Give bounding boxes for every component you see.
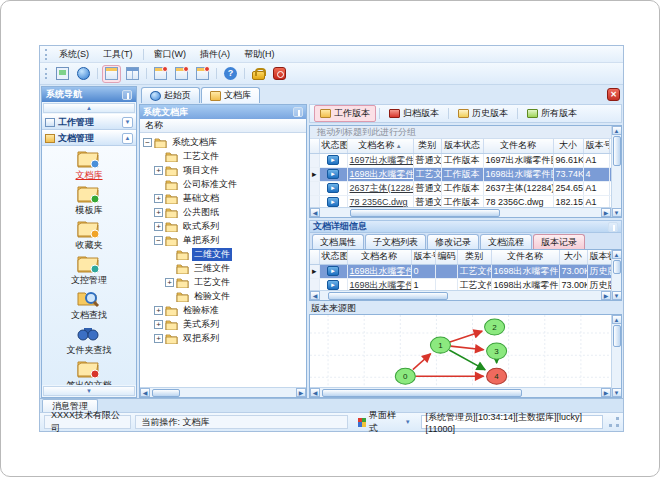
toolbar-button[interactable] [74, 65, 93, 83]
expand-icon[interactable]: + [165, 278, 174, 287]
column-header-大小[interactable]: 大小 [559, 250, 587, 264]
scroll-up-icon[interactable]: ▲ [612, 315, 622, 324]
details-tab-版本记录[interactable]: 版本记录 [533, 234, 585, 249]
scroll-thumb[interactable] [328, 292, 448, 300]
toolbar-button[interactable] [102, 65, 121, 83]
version-filter-归档版本[interactable]: 归档版本 [383, 105, 445, 122]
toolbar-button[interactable] [270, 65, 289, 83]
tree-node-工艺文件[interactable]: +工艺文件 [143, 275, 306, 289]
expand-icon[interactable]: + [154, 194, 163, 203]
version-filter-工作版本[interactable]: 工作版本 [314, 105, 376, 122]
scroll-left-icon[interactable]: ◀ [310, 208, 320, 217]
sidebar-group-文档管理[interactable]: 文档管理▲ [42, 130, 136, 146]
toolbar-grip[interactable] [45, 68, 48, 79]
toolbar-button[interactable] [193, 65, 212, 83]
expand-icon[interactable]: + [154, 208, 163, 217]
toolbar-button[interactable] [123, 65, 142, 83]
column-header-版本状态[interactable]: 版本状态 [441, 139, 483, 153]
scroll-thumb[interactable] [152, 389, 180, 397]
expand-icon[interactable]: + [154, 306, 163, 315]
sidebar-group-工作管理[interactable]: 工作管理▼ [42, 114, 136, 130]
tree-node-系统文档库[interactable]: −系统文档库 [143, 135, 306, 149]
scroll-right-icon[interactable]: ▶ [601, 208, 611, 217]
tree-node-三维文件[interactable]: 三维文件 [143, 261, 306, 275]
collapse-icon[interactable]: − [154, 236, 163, 245]
sidebar-item-文控管理[interactable]: 文控管理 [42, 254, 136, 287]
sidebar-item-签出的文档[interactable]: 签出的文档 [42, 359, 136, 385]
toolbar-button[interactable]: ? [221, 65, 240, 83]
version-node-4[interactable]: 4 [487, 368, 507, 384]
scroll-right-icon[interactable]: ▶ [296, 388, 306, 397]
scroll-down-icon[interactable]: ▼ [612, 208, 622, 217]
collapse-icon[interactable]: − [143, 138, 152, 147]
menu-item[interactable]: 工具(T) [96, 47, 140, 62]
scroll-up-icon[interactable]: ▲ [612, 126, 622, 135]
menu-item[interactable]: 插件(A) [193, 47, 237, 62]
table-row[interactable]: ▸►1698出水嘴零件图.dwg0工艺文件1698出水嘴零件图.dwg73.00… [310, 264, 611, 278]
toolbar-button[interactable] [249, 65, 268, 83]
tree-node-工艺文件[interactable]: 工艺文件 [143, 149, 306, 163]
tree-node-美式系列[interactable]: +美式系列 [143, 317, 306, 331]
pin-icon[interactable] [122, 90, 132, 100]
column-header-版本号[interactable]: 版本号 [411, 250, 435, 264]
version-filter-历史版本[interactable]: 历史版本 [452, 105, 514, 122]
menu-item[interactable]: 系统(S) [52, 47, 96, 62]
expand-icon[interactable]: + [154, 166, 163, 175]
tree-node-二维文件[interactable]: 二维文件 [143, 247, 306, 261]
table-row[interactable]: ►1698出水嘴零件图.dwg1工艺文件1698出水嘴零件图.dwg73.00K… [310, 278, 611, 290]
tree-node-欧式系列[interactable]: +欧式系列 [143, 219, 306, 233]
sidebar-item-收藏夹[interactable]: 收藏夹 [42, 219, 136, 252]
column-header-版本状态[interactable]: 版本状态 [587, 250, 611, 264]
table-row[interactable]: ▸►1698出水嘴零件图.dwg工艺文件工作版本1698出水嘴零件图.dwg73… [310, 167, 611, 181]
tree-node-双把系列[interactable]: +双把系列 [143, 331, 306, 345]
sidebar-item-文件夹查找[interactable]: 文件夹查找 [42, 324, 136, 357]
column-header-版本号[interactable]: 版本号 [583, 139, 609, 153]
version-node-2[interactable]: 2 [485, 319, 505, 335]
toolbar-grip[interactable] [45, 49, 48, 60]
graph-vscrollbar[interactable]: ▲ ▼ [611, 315, 621, 397]
expand-icon[interactable]: + [154, 222, 163, 231]
tree-node-检验文件[interactable]: 检验文件 [143, 289, 306, 303]
pin-icon[interactable] [293, 107, 303, 117]
grid-vscrollbar[interactable]: ▲ ▼ [611, 126, 621, 217]
sidebar-scroll-down[interactable]: ▼ [43, 386, 135, 396]
tree-column-header[interactable]: 名称 [140, 119, 306, 133]
scroll-left-icon[interactable]: ◀ [310, 388, 320, 397]
table-row[interactable]: ►78 2356C.dwg普通文档工作版本78 2356C.dwg182.15K… [310, 195, 611, 207]
sidebar-item-模板库[interactable]: 模板库 [42, 184, 136, 217]
tree-node-检验标准[interactable]: +检验标准 [143, 303, 306, 317]
column-header-文档名称[interactable]: 文档名称 ▲ [347, 139, 413, 153]
scroll-thumb[interactable] [322, 389, 522, 397]
scroll-thumb[interactable] [613, 260, 621, 274]
toolbar-button[interactable] [172, 65, 191, 83]
expand-icon[interactable]: + [154, 334, 163, 343]
tab-起始页[interactable]: 起始页 [141, 87, 200, 103]
column-header-类别[interactable]: 类别 [457, 250, 491, 264]
details-tab-文档流程[interactable]: 文档流程 [480, 234, 532, 249]
sidebar-scroll-up[interactable]: ▲ [43, 103, 135, 113]
scroll-thumb[interactable] [613, 136, 621, 166]
column-header-文档名称[interactable]: 文档名称 [347, 250, 411, 264]
toolbar-button[interactable] [151, 65, 170, 83]
toolbar-button[interactable] [53, 65, 72, 83]
details-tab-子文档列表[interactable]: 子文档列表 [365, 234, 426, 249]
resize-grip[interactable] [609, 417, 619, 427]
scroll-right-icon[interactable]: ▶ [601, 291, 611, 300]
tree-node-基础文档[interactable]: +基础文档 [143, 191, 306, 205]
expand-icon[interactable]: + [154, 320, 163, 329]
tree-node-单把系列[interactable]: −单把系列 [143, 233, 306, 247]
version-filter-所有版本[interactable]: 所有版本 [521, 105, 583, 122]
version-node-1[interactable]: 1 [430, 337, 450, 353]
scroll-thumb[interactable] [350, 209, 500, 217]
version-node-3[interactable]: 3 [487, 343, 507, 359]
tree-node-公共图纸[interactable]: +公共图纸 [143, 205, 306, 219]
tree-hscrollbar[interactable]: ◀ ▶ [140, 387, 306, 397]
column-header-编码[interactable]: 编码 [435, 250, 457, 264]
details-tab-修改记录[interactable]: 修改记录 [427, 234, 479, 249]
column-header-状态图[interactable]: 状态图 [319, 139, 347, 153]
scroll-up-icon[interactable]: ▲ [612, 250, 622, 259]
close-icon[interactable]: ✕ [607, 88, 620, 101]
column-header-大小[interactable]: 大小 [553, 139, 583, 153]
style-picker[interactable]: 界面样式 ▼ [352, 415, 417, 429]
details-tab-文档属性[interactable]: 文档属性 [312, 234, 364, 249]
